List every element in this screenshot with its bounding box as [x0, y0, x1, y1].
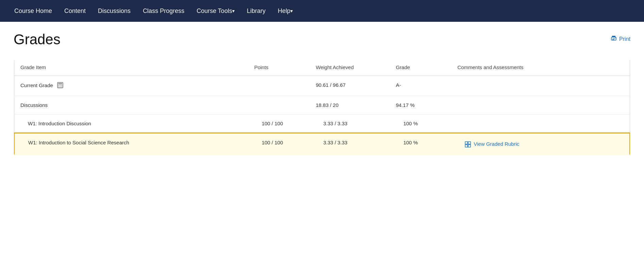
- weight-cell: 3.33 / 3.33: [310, 133, 390, 156]
- grade-cell: 100 %: [390, 114, 451, 133]
- page-content: Grades Print Grade Item Points Weight Ac…: [0, 22, 644, 165]
- svg-rect-12: [61, 87, 62, 87]
- col-header-grade: Grade: [390, 59, 451, 76]
- grade-item-cell: W1: Introduction to Social Science Resea…: [14, 133, 248, 156]
- nav-course-tools[interactable]: Course Tools: [190, 0, 241, 22]
- main-nav: Course Home Content Discussions Class Pr…: [0, 0, 644, 22]
- col-header-grade-item: Grade Item: [14, 59, 248, 76]
- comments-cell: [451, 76, 630, 96]
- grade-item-cell: Current Grade: [14, 76, 248, 96]
- weight-cell: 18.83 / 20: [310, 96, 390, 114]
- points-cell: [248, 76, 310, 96]
- nav-discussions[interactable]: Discussions: [92, 0, 137, 22]
- table-row: W1: Introduction Discussion 100 / 100 3.…: [14, 114, 630, 133]
- svg-rect-4: [615, 38, 616, 38]
- col-header-weight: Weight Achieved: [310, 59, 390, 76]
- svg-rect-11: [60, 87, 61, 87]
- svg-rect-6: [58, 83, 62, 84]
- grade-item-cell: Discussions: [14, 96, 248, 114]
- table-row-highlighted: W1: Introduction to Social Science Resea…: [14, 133, 630, 156]
- grade-cell: 94.17 %: [390, 96, 451, 114]
- comments-cell: [451, 114, 630, 133]
- table-row: Current Grade 90.61 / 96.67 A-: [14, 76, 630, 96]
- weight-cell: 3.33 / 3.33: [310, 114, 390, 133]
- grade-item-label: Current Grade: [20, 82, 53, 88]
- svg-rect-7: [58, 85, 59, 86]
- points-cell: [248, 96, 310, 114]
- print-button[interactable]: Print: [610, 35, 630, 43]
- svg-rect-9: [61, 85, 62, 86]
- svg-rect-14: [468, 142, 471, 144]
- rubric-icon: [465, 141, 471, 149]
- print-icon: [610, 35, 617, 43]
- points-cell: 100 / 100: [248, 133, 310, 156]
- svg-rect-3: [612, 40, 614, 40]
- calculator-icon: [57, 82, 63, 90]
- svg-rect-16: [468, 145, 471, 147]
- grades-table: Grade Item Points Weight Achieved Grade …: [14, 59, 630, 156]
- grade-item-cell: W1: Introduction Discussion: [14, 114, 248, 133]
- print-label: Print: [619, 36, 630, 42]
- rubric-link-label: View Graded Rubric: [474, 141, 519, 147]
- page-title: Grades: [14, 31, 61, 48]
- col-header-comments: Comments and Assessments: [451, 59, 630, 76]
- svg-rect-10: [58, 87, 59, 87]
- svg-rect-13: [465, 142, 468, 144]
- nav-class-progress[interactable]: Class Progress: [137, 0, 190, 22]
- comments-cell: [451, 96, 630, 114]
- weight-cell: 90.61 / 96.67: [310, 76, 390, 96]
- nav-help[interactable]: Help: [272, 0, 299, 22]
- svg-rect-15: [465, 145, 468, 147]
- svg-rect-1: [612, 36, 615, 37]
- points-cell: 100 / 100: [248, 114, 310, 133]
- nav-library[interactable]: Library: [241, 0, 272, 22]
- col-header-points: Points: [248, 59, 310, 76]
- comments-cell: View Graded Rubric: [451, 133, 630, 156]
- grade-cell: A-: [390, 76, 451, 96]
- nav-content[interactable]: Content: [58, 0, 92, 22]
- table-header-row: Grade Item Points Weight Achieved Grade …: [14, 59, 630, 76]
- nav-course-home[interactable]: Course Home: [8, 0, 58, 22]
- view-graded-rubric-link[interactable]: View Graded Rubric: [465, 141, 623, 149]
- svg-rect-2: [612, 38, 615, 39]
- page-header: Grades Print: [14, 31, 630, 48]
- svg-rect-8: [60, 85, 61, 86]
- table-row: Discussions 18.83 / 20 94.17 %: [14, 96, 630, 114]
- grade-cell: 100 %: [390, 133, 451, 156]
